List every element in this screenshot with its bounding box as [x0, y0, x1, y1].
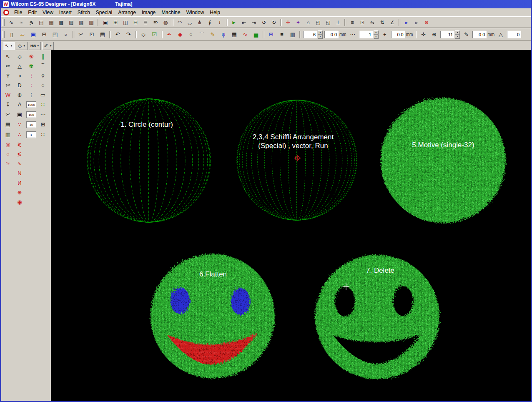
- measure-mode-button-dropdown[interactable]: ▼: [50, 45, 52, 47]
- options-dots-icon[interactable]: ⋯: [348, 30, 358, 39]
- design-circle-contour[interactable]: [87, 99, 211, 222]
- thread-icon[interactable]: ∿: [240, 30, 250, 39]
- freehand-tool-icon[interactable]: ✑: [2, 61, 14, 71]
- branching-icon[interactable]: ⋔: [195, 18, 204, 27]
- donut-tool-icon[interactable]: ◎: [2, 140, 14, 149]
- scale-1-button[interactable]: 1: [26, 131, 36, 138]
- rotate-angle-icon[interactable]: ∠: [388, 18, 397, 27]
- florentine-icon[interactable]: ∮: [205, 18, 214, 27]
- red-dots2-icon[interactable]: ∴: [14, 130, 25, 139]
- run-stitch-icon[interactable]: ∿: [7, 18, 16, 27]
- menu-insert[interactable]: Insert: [56, 9, 75, 16]
- rectangle-tool-icon[interactable]: ▭: [37, 90, 49, 100]
- filled-shape-icon[interactable]: ◆: [175, 30, 185, 39]
- wave-effect-icon[interactable]: ≀: [215, 18, 224, 27]
- linked-circles-icon[interactable]: ⊕: [14, 188, 25, 197]
- pencil-icon[interactable]: ✎: [208, 30, 218, 39]
- scale-1000-button[interactable]: 1000: [26, 101, 36, 108]
- pen-icon[interactable]: ✒: [164, 30, 174, 39]
- move-icon[interactable]: ✛: [418, 30, 428, 39]
- fan-tool-icon[interactable]: ▤: [2, 120, 14, 129]
- pull-comp-field-spinner[interactable]: ▲▼: [374, 30, 379, 39]
- edit-angle-icon[interactable]: ✎: [461, 30, 471, 39]
- ellipse-tool-icon[interactable]: ○: [37, 80, 49, 90]
- open-file-icon[interactable]: ▱: [18, 30, 28, 39]
- needle-down-tool-icon[interactable]: ↧: [2, 100, 14, 109]
- pan-hand-tool-icon[interactable]: ☞: [2, 159, 14, 168]
- chain-stitch-icon[interactable]: ⋮: [25, 90, 37, 100]
- underlap-icon[interactable]: ◱: [324, 18, 333, 27]
- next-object-icon[interactable]: ▸: [402, 18, 411, 27]
- bloom-tool-icon[interactable]: ✾: [25, 61, 37, 71]
- weave-fill-icon[interactable]: ▧: [77, 18, 86, 27]
- shape-select-icon[interactable]: ◇: [138, 30, 148, 39]
- menu-window[interactable]: Window: [183, 9, 207, 16]
- select-mode-button-dropdown[interactable]: ▼: [10, 45, 13, 47]
- reshape-mode-button[interactable]: ◇▼: [16, 42, 28, 50]
- mesh-icon[interactable]: ⊞: [111, 18, 120, 27]
- object-list-icon[interactable]: ≡: [277, 30, 287, 39]
- menu-arrange[interactable]: Arrange: [115, 9, 139, 16]
- scale-10-button[interactable]: 10: [26, 121, 36, 128]
- add-node-icon[interactable]: ✛: [284, 18, 293, 27]
- triple-run-icon[interactable]: ≈: [17, 18, 26, 27]
- scissors-tool-icon[interactable]: ✂: [2, 110, 14, 119]
- design-grid-icon[interactable]: ⊞: [266, 30, 276, 39]
- grid-icon[interactable]: ▦: [229, 30, 239, 39]
- prev-object-icon[interactable]: ▹: [412, 18, 421, 27]
- red-zigzag-icon[interactable]: ≷: [14, 140, 25, 149]
- stitch-column-red-icon[interactable]: ∶: [25, 80, 37, 90]
- open-shape-icon[interactable]: ○: [186, 30, 196, 39]
- redo-icon[interactable]: ↷: [123, 30, 133, 39]
- slow-redraw-icon[interactable]: ►: [229, 18, 238, 27]
- semicircle-tool-icon[interactable]: ◑: [14, 71, 25, 80]
- mirror-h-icon[interactable]: ⇋: [368, 18, 377, 27]
- flower-tool-icon[interactable]: ❀: [25, 52, 37, 61]
- needle-icon[interactable]: ψ: [218, 30, 228, 39]
- rotate-cw-icon[interactable]: ↻: [269, 18, 279, 27]
- select-mode-button[interactable]: ↖▼: [3, 42, 15, 50]
- n-stitch2-icon[interactable]: И: [14, 178, 25, 188]
- clone-icon[interactable]: ⊡: [358, 18, 367, 27]
- mirror-v-icon[interactable]: ⇅: [378, 18, 387, 27]
- letter-d-tool-icon[interactable]: D: [14, 80, 25, 90]
- globe-tool-icon[interactable]: ⊕: [14, 90, 25, 100]
- toolbar-grip[interactable]: [3, 31, 5, 38]
- contour-fill-icon[interactable]: ▥: [87, 18, 96, 27]
- reshape-mode-button-dropdown[interactable]: ▼: [23, 45, 25, 47]
- spacing-field[interactable]: 0.0: [391, 31, 405, 38]
- new-file-icon[interactable]: ▯: [7, 30, 17, 39]
- arc-top-icon[interactable]: ◠: [175, 18, 184, 27]
- sequence-icon[interactable]: ≡: [348, 18, 357, 27]
- cut-icon[interactable]: ✂: [76, 30, 86, 39]
- border-icon[interactable]: ▣: [101, 18, 110, 27]
- diamond-tool-icon[interactable]: ◊: [37, 71, 49, 80]
- menu-stitch[interactable]: Stitch: [75, 9, 93, 16]
- texture-icon[interactable]: ◍: [161, 18, 170, 27]
- 3d-effect-icon[interactable]: 3D: [151, 18, 160, 27]
- tatami-fill-icon[interactable]: ▦: [47, 18, 56, 27]
- pattern-fill-icon[interactable]: ▩: [57, 18, 66, 27]
- stitch-count-field-spinner[interactable]: ▲▼: [318, 30, 323, 39]
- hoop-icon[interactable]: ⌂: [304, 18, 313, 27]
- angle-field[interactable]: 0.0: [472, 31, 487, 38]
- print-preview-icon[interactable]: ◰: [50, 30, 60, 39]
- plus-marker-icon[interactable]: +: [380, 30, 390, 39]
- pull-comp-field[interactable]: 1: [359, 31, 373, 38]
- red-dots-icon[interactable]: ∵: [14, 120, 25, 129]
- n-stitch-icon[interactable]: N: [14, 168, 25, 178]
- arc-tool-icon[interactable]: ⌒: [37, 61, 49, 71]
- copy-icon[interactable]: ⊡: [87, 30, 97, 39]
- select-tool-icon[interactable]: ↖: [2, 52, 14, 61]
- design-motive-circle[interactable]: [381, 98, 506, 223]
- rows-icon[interactable]: ⊟: [131, 18, 140, 27]
- menu-image[interactable]: Image: [139, 9, 158, 16]
- program-split-icon[interactable]: ≣: [141, 18, 150, 27]
- grid-size-field-spinner[interactable]: ▲▼: [455, 30, 460, 39]
- red-zigzag2-icon[interactable]: ≶: [14, 149, 25, 159]
- grid-size-field[interactable]: 11: [440, 31, 454, 38]
- undo-icon[interactable]: ↶: [113, 30, 123, 39]
- toolbar-grip[interactable]: [3, 19, 5, 26]
- count-field[interactable]: 0: [507, 31, 521, 38]
- motif-run-icon[interactable]: ≶: [27, 18, 36, 27]
